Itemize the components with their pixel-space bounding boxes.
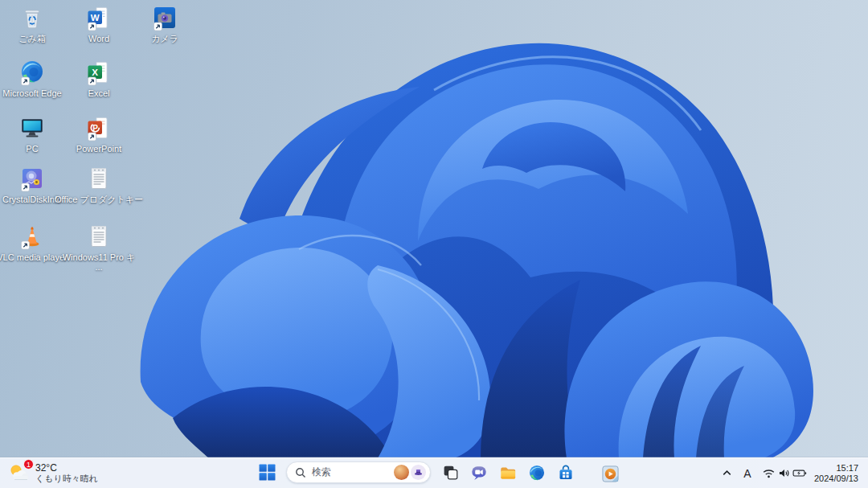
media-player-icon: [601, 465, 620, 483]
vlc-icon: [18, 223, 46, 250]
wallpaper-bloom: [0, 0, 868, 458]
system-tray: A 15:17: [718, 460, 866, 486]
desktop-icon-label: Word: [88, 34, 109, 43]
file-explorer-icon: [499, 464, 517, 482]
search-icon: [295, 467, 306, 478]
chevron-up-icon: [720, 466, 734, 480]
text-document-icon: [85, 223, 113, 250]
taskbar: 1 32°C くもり時々晴れ: [0, 457, 868, 488]
chat-icon: [470, 464, 488, 482]
desktop-icon-microsoft-edge[interactable]: Microsoft Edge: [3, 59, 61, 98]
windows-desktop: ごみ箱 W Word カメラ: [0, 0, 868, 488]
powerpoint-icon: P: [85, 114, 113, 141]
edge-button[interactable]: [523, 460, 551, 486]
clock-date: 2024/09/13: [814, 474, 858, 484]
recycle-bin-icon: [18, 4, 46, 31]
search-placeholder: 検索: [312, 465, 394, 479]
crystaldiskinfo-icon: [18, 165, 46, 192]
svg-text:X: X: [92, 68, 98, 77]
edge-icon: [528, 464, 546, 482]
ime-mode-button[interactable]: A: [736, 461, 759, 486]
text-document-icon: [85, 165, 113, 192]
weather-condition: くもり時々晴れ: [35, 474, 98, 484]
microsoft-store-button[interactable]: [552, 460, 579, 486]
hidden-icons-button[interactable]: [718, 461, 736, 486]
desktop-icon-label-ellipsis: ...: [95, 262, 102, 272]
windows-logo-icon: [259, 464, 276, 481]
media-player-button[interactable]: [596, 461, 624, 486]
camera-icon: [151, 4, 178, 31]
pc-icon: [18, 114, 46, 141]
battery-charging-icon: [792, 465, 808, 481]
desktop-icon-camera[interactable]: カメラ: [136, 4, 194, 43]
desktop-icon-word[interactable]: W Word: [70, 4, 128, 43]
desktop-icon-label: VLC media player: [0, 252, 68, 262]
wifi-icon: [761, 465, 776, 481]
desktop-icon-label: ごみ箱: [18, 34, 46, 43]
weather-notification-badge: 1: [23, 459, 34, 470]
desktop-icon-crystaldiskinfo[interactable]: CrystalDiskInfo: [3, 165, 61, 204]
taskbar-center: 検索: [253, 460, 579, 486]
network-volume-battery-button[interactable]: [759, 461, 810, 486]
desktop-icon-excel[interactable]: X Excel: [70, 59, 128, 98]
desktop-icon-label: Microsoft Edge: [2, 88, 61, 98]
desktop-icon-label: Windows11 Pro キ: [63, 252, 136, 262]
weather-temperature: 32°C: [35, 462, 98, 474]
microsoft-store-icon: [557, 464, 575, 482]
volume-icon: [776, 465, 792, 481]
desktop-icon-office-product-key[interactable]: Office プロダクトキー: [70, 165, 128, 204]
task-view-icon: [442, 464, 459, 481]
start-button[interactable]: [253, 460, 280, 486]
desktop-icon-powerpoint[interactable]: P PowerPoint: [70, 114, 128, 154]
desktop-icon-label: Excel: [88, 88, 110, 98]
weather-sun-cloud-icon: 1: [8, 462, 30, 484]
clock-time: 15:17: [814, 463, 858, 474]
desktop-icon-vlc[interactable]: VLC media player: [3, 223, 61, 262]
clock[interactable]: 15:17 2024/09/13: [810, 461, 866, 486]
desktop-icon-label: Office プロダクトキー: [55, 195, 143, 204]
word-icon: W: [85, 4, 113, 31]
desktop-icon-pc[interactable]: PC: [3, 114, 61, 154]
ime-mode-indicator: A: [739, 467, 756, 480]
task-view-button[interactable]: [436, 460, 464, 486]
chat-button[interactable]: [465, 460, 493, 486]
desktop-icon-label: PowerPoint: [76, 144, 121, 154]
edge-icon: [18, 59, 46, 86]
search-highlight-hat-icon: [411, 465, 426, 480]
desktop-icon-label: カメラ: [151, 34, 178, 43]
file-explorer-button[interactable]: [494, 460, 522, 486]
desktop-icon-label: CrystalDiskInfo: [2, 195, 62, 204]
search-highlight-icon: [394, 465, 409, 480]
desktop-icon-recycle-bin[interactable]: ごみ箱: [3, 4, 61, 43]
desktop-icon-windows11-pro-key[interactable]: Windows11 Pro キ ...: [70, 223, 128, 272]
svg-text:P: P: [92, 124, 98, 133]
svg-text:W: W: [91, 13, 100, 23]
excel-icon: X: [85, 59, 113, 86]
search-box[interactable]: 検索: [286, 461, 431, 483]
weather-widget[interactable]: 1 32°C くもり時々晴れ: [5, 460, 104, 486]
desktop-icon-label: PC: [26, 144, 38, 154]
